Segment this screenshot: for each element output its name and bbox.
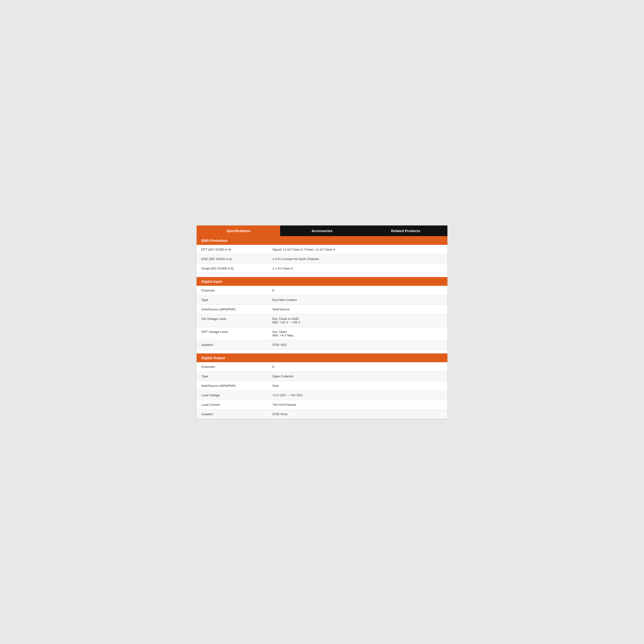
spec-value: 700 mA/Channel bbox=[268, 400, 447, 409]
spec-value: Signal: ±1 kV Class A; Power: ±1 kV Clas… bbox=[268, 245, 447, 254]
tab-accessories[interactable]: Accessories bbox=[280, 225, 364, 236]
table-row: Channels8 bbox=[197, 286, 447, 295]
table-row: EFT (IEC 61000-4-4)Signal: ±1 kV Class A… bbox=[197, 245, 447, 254]
table-row: Isolation3750 VDC bbox=[197, 340, 447, 350]
tab-specifications[interactable]: Specifications bbox=[197, 225, 280, 236]
table-row: TypeOpen Collector bbox=[197, 372, 447, 381]
table-row: Load Voltage+3.5 VDC ~ +50 VDC bbox=[197, 391, 447, 400]
spec-value: 3750 VDC bbox=[268, 340, 447, 349]
spec-content: EMS ProtectionEFT (IEC 61000-4-4)Signal:… bbox=[197, 236, 447, 419]
table-row: Isolation3750 Vrms bbox=[197, 410, 447, 419]
table-row: Channels8 bbox=[197, 362, 447, 372]
table-row: OFF Voltage LevelDry: OpenWet: +4 V Max. bbox=[197, 327, 447, 340]
spec-label: Isolation bbox=[197, 340, 268, 349]
spec-value: 3750 Vrms bbox=[268, 410, 447, 419]
section-spacer bbox=[197, 273, 447, 277]
spec-label: Channels bbox=[197, 362, 268, 371]
spec-value: 8 bbox=[268, 286, 447, 295]
tab-related-products[interactable]: Related Products bbox=[364, 225, 447, 236]
table-row: Sink/Source (NPN/PNP)Sink/Source bbox=[197, 305, 447, 314]
spec-value: ± 1 kV Class A bbox=[268, 264, 447, 273]
section-header-ems-protection: EMS Protection bbox=[197, 236, 447, 245]
spec-label: Sink/Source (NPN/PNP) bbox=[197, 305, 268, 314]
spec-label: EFT (IEC 61000-4-4) bbox=[197, 245, 268, 254]
spec-label: Load Voltage bbox=[197, 391, 268, 400]
section-spacer bbox=[197, 350, 447, 353]
table-row: ESD (IEC 61000-4-2)± 4 kV Contact for Ea… bbox=[197, 254, 447, 264]
table-row: Surge (IEC 61000-4-5)± 1 kV Class A bbox=[197, 264, 447, 273]
table-row: ON Voltage LevelDry: Close to GNDWet: +1… bbox=[197, 314, 447, 327]
spec-label: Surge (IEC 61000-4-5) bbox=[197, 264, 268, 273]
spec-value: ± 4 kV Contact for Each Channel bbox=[268, 254, 447, 264]
spec-value: Sink bbox=[268, 381, 447, 390]
spec-value: +3.5 VDC ~ +50 VDC bbox=[268, 391, 447, 400]
spec-label: ESD (IEC 61000-4-2) bbox=[197, 254, 268, 264]
spec-value: 8 bbox=[268, 362, 447, 371]
spec-value: Open Collector bbox=[268, 372, 447, 381]
spec-label: Type bbox=[197, 295, 268, 304]
spec-label: ON Voltage Level bbox=[197, 314, 268, 327]
spec-label: Isolation bbox=[197, 410, 268, 419]
table-row: Load Current700 mA/Channel bbox=[197, 400, 447, 410]
spec-value: Dry: OpenWet: +4 V Max. bbox=[268, 327, 447, 340]
spec-label: Load Current bbox=[197, 400, 268, 409]
table-row: TypeDry+Wet Contact bbox=[197, 295, 447, 305]
spec-label: Sink/Source (NPN/PNP) bbox=[197, 381, 268, 390]
table-row: Sink/Source (NPN/PNP)Sink bbox=[197, 381, 447, 391]
spec-value: Dry: Close to GNDWet: +10 V ~ +50 V bbox=[268, 314, 447, 327]
section-header-digital-output: Digital Output bbox=[197, 353, 447, 362]
spec-value: Dry+Wet Contact bbox=[268, 295, 447, 304]
spec-label: Type bbox=[197, 372, 268, 381]
section-header-digital-input: Digital Input bbox=[197, 277, 447, 286]
spec-label: OFF Voltage Level bbox=[197, 327, 268, 340]
spec-label: Channels bbox=[197, 286, 268, 295]
spec-value: Sink/Source bbox=[268, 305, 447, 314]
tab-bar: Specifications Accessories Related Produ… bbox=[197, 225, 447, 236]
main-container: Specifications Accessories Related Produ… bbox=[197, 225, 447, 419]
